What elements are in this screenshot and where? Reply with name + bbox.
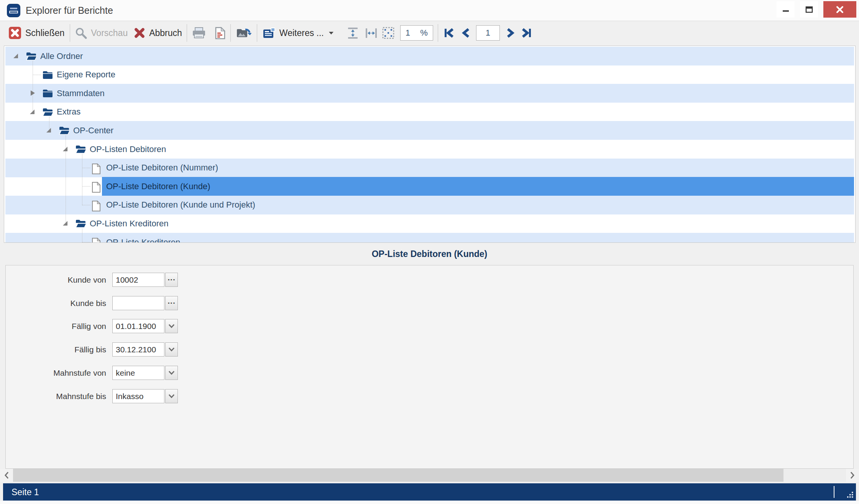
expander-expanded-icon[interactable] (63, 221, 67, 226)
app-icon (7, 4, 20, 17)
preview-label: Vorschau (91, 28, 128, 38)
ellipsis-icon: ... (168, 273, 176, 282)
first-page-button[interactable] (443, 28, 455, 38)
faellig-von-dropdown-button[interactable] (165, 319, 178, 333)
zoom-unit: % (420, 28, 428, 38)
mahnstufe-von-label: Mahnstufe von (14, 366, 106, 380)
abort-button[interactable]: Abbruch (134, 27, 182, 39)
tree-row[interactable]: Eigene Reporte (5, 65, 854, 84)
close-icon (8, 26, 21, 39)
page-setup-button[interactable] (215, 27, 225, 39)
kunde-von-input[interactable]: 10002 (112, 273, 164, 287)
tree-item-label: Eigene Reporte (57, 70, 115, 80)
expander-collapsed-icon[interactable] (31, 90, 35, 96)
expander-expanded-icon[interactable] (13, 54, 18, 58)
ellipsis-icon: ... (168, 296, 176, 306)
document-icon (92, 182, 101, 193)
fit-height-button[interactable] (348, 27, 358, 39)
resize-grip-icon[interactable] (846, 491, 854, 499)
chevron-down-icon (168, 347, 175, 352)
window-title: Explorer für Berichte (26, 5, 113, 16)
tree-row[interactable]: OP-Liste Debitoren (Nummer) (5, 159, 854, 177)
export-icon (236, 27, 251, 39)
document-icon (92, 200, 101, 212)
tree-item-label: OP-Liste Debitoren (Kunde und Projekt) (106, 200, 255, 210)
maximize-icon (805, 6, 813, 13)
scroll-right-button[interactable] (846, 469, 859, 482)
minimize-icon (782, 6, 789, 13)
close-report-label: Schließen (25, 28, 64, 38)
tree-row[interactable]: OP-Center (5, 121, 854, 140)
expander-expanded-icon[interactable] (46, 128, 51, 133)
scrollbar-thumb[interactable] (13, 469, 783, 482)
scroll-left-button[interactable] (0, 469, 13, 482)
tree-row[interactable]: OP-Listen Debitoren (5, 140, 854, 159)
toolbar-separator (438, 24, 438, 42)
expander-expanded-icon[interactable] (30, 110, 34, 114)
close-report-button[interactable]: Schließen (8, 26, 64, 39)
tree-item-label: OP-Liste Kreditoren (106, 237, 180, 243)
preview-button[interactable]: Vorschau (75, 27, 128, 39)
expander-expanded-icon[interactable] (63, 147, 67, 151)
tree-connector-stub (82, 205, 90, 205)
folder-open-icon (42, 107, 54, 117)
toolbar-separator (230, 24, 231, 42)
statusbar: Seite 1 (3, 483, 856, 501)
mahnstufe-bis-dropdown-button[interactable] (165, 389, 178, 403)
tree-row[interactable]: OP-Liste Kreditoren (5, 233, 854, 243)
mahnstufe-von-input[interactable]: keine (112, 366, 164, 380)
more-icon (263, 28, 276, 39)
toolbar-separator (257, 24, 257, 42)
tree-row[interactable]: OP-Liste Debitoren (Kunde) (5, 177, 854, 196)
chevron-down-icon (168, 324, 175, 329)
fit-page-icon (382, 27, 394, 39)
faellig-bis-dropdown-button[interactable] (165, 342, 178, 357)
chevron-down-icon (168, 370, 175, 375)
status-page-label: Seite 1 (11, 487, 39, 497)
tree-row[interactable]: OP-Listen Kreditoren (5, 214, 854, 233)
mahnstufe-bis-label: Mahnstufe bis (14, 389, 106, 403)
more-button[interactable]: Weiteres ... (263, 28, 334, 39)
previous-page-button[interactable] (462, 28, 470, 38)
kunde-bis-input[interactable] (112, 296, 164, 310)
minimize-button[interactable] (777, 1, 795, 18)
mahnstufe-bis-input[interactable]: Inkasso (112, 389, 164, 403)
mahnstufe-von-dropdown-button[interactable] (165, 366, 178, 380)
toolbar: Schließen Vorschau Abbruch Weiteres ... (0, 21, 859, 45)
print-icon (192, 27, 206, 39)
last-page-button[interactable] (521, 28, 532, 38)
kunde-von-browse-button[interactable]: ... (165, 273, 178, 287)
tree-row[interactable]: Stammdaten (5, 84, 854, 103)
tree-row[interactable]: Alle Ordner (5, 47, 854, 65)
faellig-von-input[interactable]: 01.01.1900 (112, 319, 164, 333)
close-window-button[interactable] (823, 1, 856, 18)
tree-row[interactable]: OP-Liste Debitoren (Kunde und Projekt) (5, 196, 854, 214)
tree-item-label: OP-Liste Debitoren (Nummer) (106, 163, 218, 173)
kunde-bis-browse-button[interactable]: ... (165, 296, 178, 310)
print-button[interactable] (192, 27, 206, 39)
chevron-left-icon (4, 471, 9, 479)
fit-page-button[interactable] (382, 27, 394, 39)
faellig-bis-label: Fällig bis (14, 342, 106, 357)
faellig-bis-input[interactable]: 30.12.2100 (112, 342, 164, 357)
fit-height-icon (348, 27, 358, 39)
horizontal-scrollbar (0, 469, 859, 482)
tree-connector-stub (82, 168, 90, 168)
next-page-button[interactable] (506, 28, 515, 38)
parameter-form: Kunde von10002...Kunde bis...Fällig von0… (5, 265, 854, 469)
export-button[interactable] (236, 27, 251, 39)
report-tree: Alle OrdnerEigene ReporteStammdatenExtra… (4, 46, 856, 243)
folder-open-icon (59, 126, 71, 135)
fit-width-button[interactable] (365, 28, 377, 38)
document-icon (92, 237, 101, 243)
maximize-button[interactable] (800, 1, 818, 18)
titlebar: Explorer für Berichte (0, 0, 859, 21)
document-icon (92, 163, 101, 175)
chevron-down-icon (328, 31, 334, 35)
page-number-input[interactable]: 1 (476, 25, 500, 41)
tree-item-label: OP-Liste Debitoren (Kunde) (106, 182, 210, 191)
zoom-input[interactable]: 1 % (400, 25, 433, 41)
kunde-von-label: Kunde von (14, 273, 106, 287)
tree-item-label: Stammdaten (57, 88, 105, 98)
tree-row[interactable]: Extras (5, 103, 854, 121)
